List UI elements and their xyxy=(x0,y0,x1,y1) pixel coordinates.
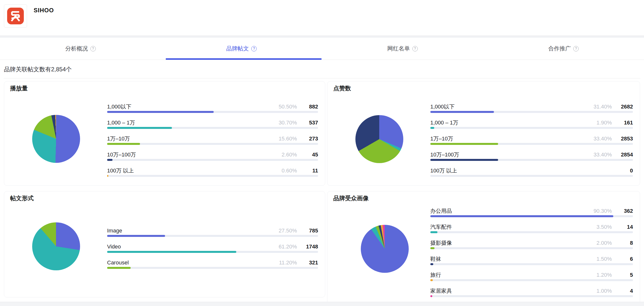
row-label: 10万–100万 xyxy=(430,151,459,159)
stat-row: 1,000以下31.40%2682 xyxy=(430,103,633,119)
bar-track xyxy=(107,143,318,145)
row-percent: 33.40% xyxy=(594,151,612,158)
stat-row: 旅行1.20%5 xyxy=(430,271,633,287)
row-percent: 2.00% xyxy=(596,240,612,246)
bar-track xyxy=(430,279,633,281)
row-percent: 31.40% xyxy=(594,104,612,110)
row-label: 10万–100万 xyxy=(107,151,136,159)
bar-track xyxy=(107,111,318,113)
row-percent: 33.40% xyxy=(594,135,612,142)
row-value: 0 xyxy=(619,168,633,174)
like-count-pie-chart[interactable] xyxy=(356,115,403,163)
bar-track xyxy=(430,215,633,217)
bar-track xyxy=(430,159,633,161)
post-format-pie-chart[interactable] xyxy=(32,222,80,270)
help-icon[interactable]: ? xyxy=(90,46,96,51)
row-percent: 27.50% xyxy=(278,228,297,234)
row-value: 14 xyxy=(619,224,633,230)
row-value: 161 xyxy=(619,119,633,126)
bar-fill xyxy=(430,111,494,113)
row-percent: 3.50% xyxy=(596,224,612,230)
row-value: 5 xyxy=(619,272,633,278)
stat-row: 1,000 – 1万1.90%161 xyxy=(430,119,633,135)
row-label: Carousel xyxy=(107,259,129,266)
panel-title: 品牌受众画像 xyxy=(333,194,369,202)
row-label: 100万 以上 xyxy=(107,167,134,174)
tab-influencer-list[interactable]: 网红名单 ? xyxy=(322,38,483,60)
stat-row: 1万–10万15.60%273 xyxy=(107,135,318,151)
row-value: 1748 xyxy=(304,243,318,250)
stat-row: 1,000 – 1万30.70%537 xyxy=(107,119,318,135)
bar-track xyxy=(430,111,633,113)
row-label: 100万 以上 xyxy=(430,167,457,174)
bar-track xyxy=(107,251,318,253)
row-value: 2682 xyxy=(619,104,633,110)
sihoo-logo-icon xyxy=(7,8,24,24)
bar-track xyxy=(107,267,318,269)
panel-brand-audience: 品牌受众画像 办公用品90.30%362 汽车配件3.50%14 摄影摄像2.0… xyxy=(327,191,640,306)
row-label: 摄影摄像 xyxy=(430,239,452,247)
tab-analysis-overview[interactable]: 分析概况 ? xyxy=(0,38,161,60)
stat-row: 100万 以上0.60%11 xyxy=(107,167,318,183)
stat-row: Image27.50%785 xyxy=(107,227,318,243)
brand-name: SIHOO xyxy=(34,7,54,14)
panel-like-count: 点赞数 1,000以下31.40%2682 1,000 – 1万1.90%161… xyxy=(327,81,640,186)
row-label: 1,000以下 xyxy=(430,103,455,110)
bar-fill xyxy=(107,127,172,129)
row-value: 537 xyxy=(304,119,318,126)
row-label: 1,000以下 xyxy=(107,103,132,110)
header-gap xyxy=(0,36,644,38)
row-value: 321 xyxy=(304,259,318,266)
bar-fill xyxy=(430,215,613,217)
panel-title: 播放量 xyxy=(10,84,28,92)
stat-row: 摄影摄像2.00%8 xyxy=(430,240,633,256)
row-label: 1万–10万 xyxy=(107,135,130,142)
bar-track xyxy=(430,247,633,249)
bar-track xyxy=(430,231,633,233)
play-count-pie-chart[interactable] xyxy=(32,115,80,163)
tab-label: 网红名单 xyxy=(387,45,410,52)
section-divider xyxy=(4,78,640,78)
tab-brand-posts[interactable]: 品牌帖文 ? xyxy=(161,38,322,60)
help-icon[interactable]: ? xyxy=(573,46,579,51)
bar-fill xyxy=(430,295,432,297)
stat-row: 汽车配件3.50%14 xyxy=(430,224,633,240)
row-label: 1,000 – 1万 xyxy=(107,119,135,126)
brand-logo xyxy=(4,5,27,28)
bar-track xyxy=(430,143,633,145)
row-value: 882 xyxy=(304,104,318,110)
stat-row: 100万 以上0 xyxy=(430,167,633,183)
brand-audience-pie-chart[interactable] xyxy=(361,225,409,273)
bar-fill xyxy=(107,143,140,145)
row-percent: 30.70% xyxy=(278,119,297,126)
bar-fill xyxy=(430,143,498,145)
stat-row: 办公用品90.30%362 xyxy=(430,208,633,224)
tab-label: 合作推广 xyxy=(548,45,571,52)
row-percent: 2.60% xyxy=(282,151,297,158)
stat-row: 家居家具1.00%4 xyxy=(430,287,633,303)
panel-post-format: 帖文形式 Image27.50%785 Video61.20%1748 Caro… xyxy=(4,191,325,297)
row-value: 2854 xyxy=(619,151,633,158)
stat-row: 10万–100万33.40%2854 xyxy=(430,151,633,167)
row-value: 785 xyxy=(304,228,318,234)
stat-row: 10万–100万2.60%45 xyxy=(107,151,318,167)
help-icon[interactable]: ? xyxy=(251,46,257,51)
bar-fill xyxy=(430,231,438,233)
bar-fill xyxy=(430,247,434,249)
row-percent: 1.50% xyxy=(596,256,612,262)
bar-track xyxy=(430,295,633,297)
tab-bar: 分析概况 ? 品牌帖文 ? 网红名单 ? 合作推广 ? xyxy=(0,38,644,60)
panel-title: 点赞数 xyxy=(333,84,351,92)
panel-play-count: 播放量 1,000以下50.50%882 1,000 – 1万30.70%537… xyxy=(4,81,325,186)
help-icon[interactable]: ? xyxy=(412,46,418,51)
row-percent: 15.60% xyxy=(278,135,297,142)
tab-cooperation-promo[interactable]: 合作推广 ? xyxy=(483,38,644,60)
bar-track xyxy=(430,127,633,129)
row-percent: 11.20% xyxy=(279,259,297,266)
bar-fill xyxy=(430,263,433,265)
bar-fill xyxy=(430,127,434,129)
bar-fill xyxy=(107,175,108,177)
row-label: 1,000 – 1万 xyxy=(430,119,458,126)
row-value: 45 xyxy=(304,151,318,158)
row-value: 273 xyxy=(304,135,318,142)
